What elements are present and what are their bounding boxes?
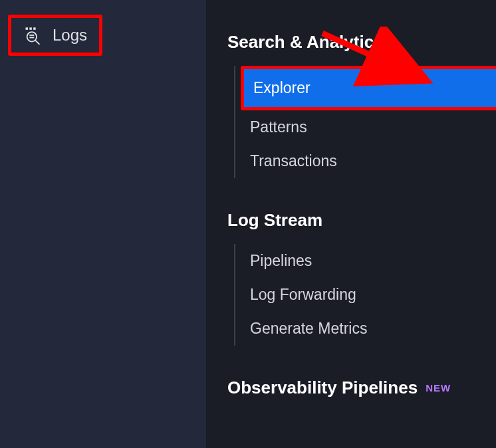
section-search-analytics: Search & Analytics Explorer Patterns Tra…	[206, 32, 496, 178]
main-panel: Search & Analytics Explorer Patterns Tra…	[206, 0, 496, 448]
sidebar-logs-label: Logs	[53, 26, 87, 45]
svg-point-3	[27, 32, 37, 41]
section-header-log-stream: Log Stream	[206, 210, 496, 231]
svg-rect-0	[26, 27, 29, 30]
section-items: Pipelines Log Forwarding Generate Metric…	[234, 244, 496, 346]
section-observability-pipelines: Observability Pipelines NEW	[206, 378, 496, 398]
menu-item-pipelines[interactable]: Pipelines	[235, 244, 496, 278]
svg-line-4	[35, 41, 39, 45]
svg-rect-1	[29, 27, 32, 30]
menu-item-log-forwarding[interactable]: Log Forwarding	[235, 278, 496, 312]
logs-icon	[23, 26, 42, 45]
menu-item-patterns[interactable]: Patterns	[235, 110, 496, 144]
section-title-text: Observability Pipelines	[227, 378, 418, 398]
section-header-observability-pipelines[interactable]: Observability Pipelines NEW	[206, 378, 496, 398]
section-header-search-analytics: Search & Analytics	[206, 32, 496, 53]
menu-item-explorer[interactable]: Explorer	[241, 66, 496, 110]
menu-item-transactions[interactable]: Transactions	[235, 144, 496, 178]
svg-rect-2	[33, 27, 35, 30]
menu-item-generate-metrics[interactable]: Generate Metrics	[235, 312, 496, 346]
new-badge: NEW	[426, 382, 451, 393]
section-items: Explorer Patterns Transactions	[234, 66, 496, 178]
sidebar-item-logs[interactable]: Logs	[8, 15, 102, 56]
sidebar: Logs	[0, 0, 206, 448]
section-log-stream: Log Stream Pipelines Log Forwarding Gene…	[206, 210, 496, 346]
